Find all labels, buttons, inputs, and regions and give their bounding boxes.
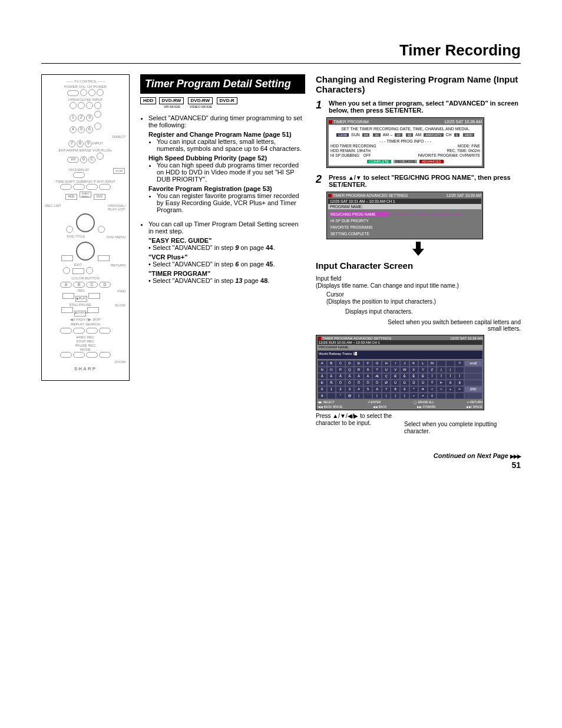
char-cell: 6 xyxy=(372,386,382,393)
char-cell: 5 xyxy=(363,386,373,393)
char-cell: ± xyxy=(428,393,437,399)
char-grid: ABCDEFGHIJKLM?smallNOPQRSTUVWXYZ()ÁÀÂÃÄÅ… xyxy=(318,360,482,399)
osd3-foot-eraseall: ERASE ALL xyxy=(418,400,434,404)
char-cell: + xyxy=(446,386,455,393)
text-vcrplus: • Select "ADVANCED" in step 6 on page 45… xyxy=(140,261,305,268)
label-slow: SLOW xyxy=(115,304,125,307)
tag-dvdr: DVD-R xyxy=(217,97,237,104)
step-2-text: Press ▲/▼ to select "REG/CHNG PROG NAME"… xyxy=(329,174,521,188)
text-register: You can input capital letters, small let… xyxy=(157,138,305,152)
char-cell: À xyxy=(327,373,336,380)
osd2-row-regchng: REG/CHNG PROG NAME xyxy=(329,212,389,217)
char-cell: Ê xyxy=(409,373,419,380)
tag-dvdrw-video: DVD-RW xyxy=(188,97,213,104)
char-cell: Ì xyxy=(437,373,446,380)
key-1: 1 xyxy=(70,114,77,121)
char-cell: N xyxy=(318,367,327,373)
osd1-r3c: FAVORITE PROGRAM: OVRWRITE xyxy=(418,153,480,157)
heading-input-char-screen: Input Character Screen xyxy=(316,261,521,271)
char-cell: [ xyxy=(372,393,382,399)
char-cell: | xyxy=(354,393,363,399)
text-fav: You can register favorite programs timer… xyxy=(157,192,305,213)
osd3-foot-back: BACK xyxy=(379,405,387,409)
osd-advanced-settings: TIMER PROGRAM ADVANCED SETTINGS12/25 SAT… xyxy=(326,192,483,239)
text-timerprog: • Select "ADVANCED" in step 13 page 48. xyxy=(140,277,305,284)
char-cell: & xyxy=(318,393,327,399)
char-cell: Ú xyxy=(391,380,400,386)
char-cell: ) xyxy=(446,367,455,373)
char-cell xyxy=(455,393,464,399)
char-cell: F xyxy=(363,360,373,367)
key-hdd: HDD xyxy=(65,194,77,200)
char-cell: A xyxy=(318,360,327,367)
char-cell xyxy=(437,360,446,367)
nav-pad xyxy=(76,213,95,232)
char-cell: 7 xyxy=(382,386,391,393)
brand-logo: SHARP xyxy=(45,366,125,371)
char-cell: 8 xyxy=(391,386,400,393)
char-cell: Í xyxy=(428,373,437,380)
char-cell: @ xyxy=(345,393,355,399)
enter-pad xyxy=(76,242,95,261)
text-easy: • Select "ADVANCED" in step 9 on page 44… xyxy=(140,244,305,251)
key-100: 100 xyxy=(67,157,79,163)
char-cell: Å xyxy=(363,373,373,380)
osd1-ch: 1 xyxy=(454,133,460,137)
osd1-title: TIMER PROGRAM xyxy=(333,120,369,124)
osd2-pname: PROGRAM NAME: xyxy=(328,204,481,209)
char-cell xyxy=(437,393,446,399)
char-cell: P xyxy=(336,367,345,373)
heading-changing-registering: Changing and Registering Program Name (I… xyxy=(316,74,521,95)
osd1-instr: SET THE TIMER RECORDING DATE, TIME, CHAN… xyxy=(330,127,480,131)
osd1-date: 12/26 xyxy=(336,133,349,137)
osd3-pname-label: PROGRAM NAME: xyxy=(318,345,482,350)
char-cell: Ù xyxy=(400,380,409,386)
char-cell xyxy=(455,367,464,373)
step-number-1: 1 xyxy=(316,100,325,114)
osd1-r2a: HDD REMAIN: 19h47m xyxy=(330,149,371,153)
osd1-m2: 33 xyxy=(405,133,414,137)
char-cell: Ø xyxy=(382,380,391,386)
label-fwd: FWD xyxy=(117,289,125,293)
char-cell: È xyxy=(400,373,409,380)
char-cell: L xyxy=(418,360,428,367)
osd1-divider: - - - TIMER PROG INFO - - - xyxy=(330,139,480,143)
char-cell: Â xyxy=(336,373,345,380)
osd1-r2b: REC. TIME: 0h02m xyxy=(447,149,480,153)
char-cell: Ö xyxy=(372,380,382,386)
char-cell: O xyxy=(327,367,336,373)
char-cell: W xyxy=(400,367,409,373)
label-dvdtitle: DVD TITLE xyxy=(67,235,85,238)
label-zoom: ZOOM xyxy=(45,360,125,364)
char-cell: H xyxy=(382,360,391,367)
step-1-text: When you set a timer program, select "AD… xyxy=(329,100,521,114)
char-side-cell: END xyxy=(464,386,482,393)
char-cell: Ó xyxy=(336,380,345,386)
char-cell: Ï xyxy=(455,373,464,380)
char-cell: Î xyxy=(446,373,455,380)
char-cell: 2 xyxy=(336,386,345,393)
char-side-cell xyxy=(464,393,482,399)
char-cell: Ë xyxy=(418,373,428,380)
osd2-sub: 12/26 SAT 10:31 AM – 10:33 AM CH 1 xyxy=(328,199,481,204)
osd1-src: AIR/CATV xyxy=(423,133,444,137)
osd2-title: TIMER PROGRAM ADVANCED SETTINGS xyxy=(333,193,408,197)
key-dvd: DVD xyxy=(94,194,105,200)
tag-dvdrw-video-sub: VIDEO MODE xyxy=(188,105,214,108)
osd3-input-line: World Railway Trains 1| xyxy=(318,351,482,359)
tag-dvdrw-vr-sub: VR MODE xyxy=(159,105,186,108)
char-cell: Z xyxy=(428,367,437,373)
char-cell: Ñ xyxy=(327,380,336,386)
osd3-title: TIMER PROGRAM ADVANCED SETTINGS xyxy=(322,337,391,340)
label-input-side: INPUT xyxy=(92,141,103,145)
osd1-day: SUN xyxy=(351,133,360,137)
osd1-h1: 10 xyxy=(362,133,371,137)
char-cell: " xyxy=(336,393,345,399)
char-cell: Ã xyxy=(345,373,355,380)
char-cell: Ç xyxy=(382,373,391,380)
char-cell: ? xyxy=(455,360,464,367)
tag-dvdrw-vr: DVD-RW xyxy=(159,97,184,104)
media-tags: HDD DVD-RWVR MODE DVD-RWVIDEO MODE DVD-R xyxy=(140,97,305,108)
subhead-timerprog: "TIMER PROGRAM" xyxy=(140,270,305,277)
label-rec: ●REC xyxy=(77,335,86,339)
